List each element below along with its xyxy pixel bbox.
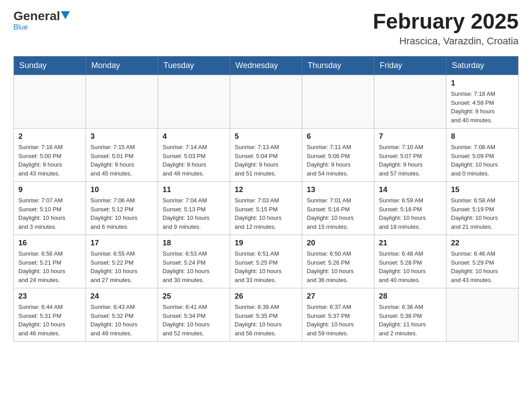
calendar-cell <box>158 75 230 128</box>
calendar-cell: 25Sunrise: 6:41 AM Sunset: 5:34 PM Dayli… <box>158 288 230 342</box>
calendar-cell: 21Sunrise: 6:48 AM Sunset: 5:28 PM Dayli… <box>374 235 446 288</box>
calendar-cell: 17Sunrise: 6:55 AM Sunset: 5:22 PM Dayli… <box>86 235 158 288</box>
day-number: 16 <box>18 239 81 248</box>
week-row-4: 16Sunrise: 6:56 AM Sunset: 5:21 PM Dayli… <box>14 235 519 288</box>
logo-general-text: General <box>13 9 60 23</box>
calendar-cell: 19Sunrise: 6:51 AM Sunset: 5:25 PM Dayli… <box>230 235 302 288</box>
day-number: 8 <box>451 132 514 141</box>
day-info: Sunrise: 6:55 AM Sunset: 5:22 PM Dayligh… <box>90 249 153 284</box>
calendar-cell: 15Sunrise: 6:58 AM Sunset: 5:19 PM Dayli… <box>446 182 519 235</box>
calendar-cell: 24Sunrise: 6:43 AM Sunset: 5:32 PM Dayli… <box>86 288 158 342</box>
day-number: 22 <box>451 239 514 248</box>
day-number: 2 <box>18 132 81 141</box>
logo-triangle-icon <box>61 11 70 19</box>
calendar-cell: 2Sunrise: 7:16 AM Sunset: 5:00 PM Daylig… <box>14 128 86 182</box>
day-info: Sunrise: 7:14 AM Sunset: 5:03 PM Dayligh… <box>163 143 225 178</box>
calendar-cell: 12Sunrise: 7:03 AM Sunset: 5:15 PM Dayli… <box>230 182 302 235</box>
calendar-cell <box>446 288 519 342</box>
calendar-cell <box>230 75 302 128</box>
day-number: 6 <box>307 132 369 141</box>
day-info: Sunrise: 7:15 AM Sunset: 5:01 PM Dayligh… <box>90 143 153 178</box>
day-info: Sunrise: 7:07 AM Sunset: 5:10 PM Dayligh… <box>18 196 81 231</box>
location-text: Hrascica, Varazdin, Croatia <box>373 35 519 47</box>
calendar-cell: 23Sunrise: 6:44 AM Sunset: 5:31 PM Dayli… <box>14 288 86 342</box>
day-number: 4 <box>163 132 225 141</box>
day-info: Sunrise: 7:03 AM Sunset: 5:15 PM Dayligh… <box>235 196 297 231</box>
calendar-table: SundayMondayTuesdayWednesdayThursdayFrid… <box>13 56 519 342</box>
day-info: Sunrise: 6:58 AM Sunset: 5:19 PM Dayligh… <box>451 196 514 231</box>
day-number: 17 <box>90 239 153 248</box>
day-number: 27 <box>307 292 369 301</box>
calendar-cell: 4Sunrise: 7:14 AM Sunset: 5:03 PM Daylig… <box>158 128 230 182</box>
calendar-cell: 22Sunrise: 6:46 AM Sunset: 5:29 PM Dayli… <box>446 235 519 288</box>
calendar-cell: 5Sunrise: 7:13 AM Sunset: 5:04 PM Daylig… <box>230 128 302 182</box>
day-info: Sunrise: 6:36 AM Sunset: 5:38 PM Dayligh… <box>379 303 442 338</box>
day-info: Sunrise: 7:13 AM Sunset: 5:04 PM Dayligh… <box>235 143 297 178</box>
calendar-cell: 10Sunrise: 7:06 AM Sunset: 5:12 PM Dayli… <box>86 182 158 235</box>
calendar-cell: 28Sunrise: 6:36 AM Sunset: 5:38 PM Dayli… <box>374 288 446 342</box>
day-info: Sunrise: 6:44 AM Sunset: 5:31 PM Dayligh… <box>18 303 81 338</box>
week-row-1: 1Sunrise: 7:18 AM Sunset: 4:58 PM Daylig… <box>14 75 519 128</box>
day-number: 28 <box>379 292 442 301</box>
day-info: Sunrise: 6:50 AM Sunset: 5:26 PM Dayligh… <box>307 249 369 284</box>
day-number: 26 <box>235 292 297 301</box>
day-number: 11 <box>163 185 225 194</box>
day-info: Sunrise: 6:48 AM Sunset: 5:28 PM Dayligh… <box>379 249 442 284</box>
calendar-cell <box>14 75 86 128</box>
calendar-cell: 16Sunrise: 6:56 AM Sunset: 5:21 PM Dayli… <box>14 235 86 288</box>
month-title: February 2025 <box>373 9 519 34</box>
calendar-header-row: SundayMondayTuesdayWednesdayThursdayFrid… <box>14 56 519 75</box>
logo: General Blue <box>13 9 70 31</box>
page-header: General Blue February 2025 Hrascica, Var… <box>13 9 519 47</box>
day-number: 10 <box>90 185 153 194</box>
day-info: Sunrise: 6:46 AM Sunset: 5:29 PM Dayligh… <box>451 249 514 284</box>
day-info: Sunrise: 6:37 AM Sunset: 5:37 PM Dayligh… <box>307 303 369 338</box>
day-number: 13 <box>307 185 369 194</box>
week-row-3: 9Sunrise: 7:07 AM Sunset: 5:10 PM Daylig… <box>14 182 519 235</box>
day-number: 23 <box>18 292 81 301</box>
calendar-cell: 8Sunrise: 7:08 AM Sunset: 5:09 PM Daylig… <box>446 128 519 182</box>
day-number: 1 <box>451 79 514 88</box>
calendar-cell <box>86 75 158 128</box>
day-info: Sunrise: 7:04 AM Sunset: 5:13 PM Dayligh… <box>163 196 225 231</box>
day-number: 24 <box>90 292 153 301</box>
week-row-5: 23Sunrise: 6:44 AM Sunset: 5:31 PM Dayli… <box>14 288 519 342</box>
day-info: Sunrise: 7:11 AM Sunset: 5:06 PM Dayligh… <box>307 143 369 178</box>
title-section: February 2025 Hrascica, Varazdin, Croati… <box>373 9 519 47</box>
day-info: Sunrise: 7:01 AM Sunset: 5:16 PM Dayligh… <box>307 196 369 231</box>
day-number: 7 <box>379 132 442 141</box>
day-of-week-monday: Monday <box>86 56 158 75</box>
day-info: Sunrise: 6:39 AM Sunset: 5:35 PM Dayligh… <box>235 303 297 338</box>
day-of-week-sunday: Sunday <box>14 56 86 75</box>
day-number: 18 <box>163 239 225 248</box>
calendar-cell: 7Sunrise: 7:10 AM Sunset: 5:07 PM Daylig… <box>374 128 446 182</box>
calendar-cell: 18Sunrise: 6:53 AM Sunset: 5:24 PM Dayli… <box>158 235 230 288</box>
calendar-cell: 1Sunrise: 7:18 AM Sunset: 4:58 PM Daylig… <box>446 75 519 128</box>
logo-blue-text: Blue <box>13 23 28 31</box>
day-number: 25 <box>163 292 225 301</box>
day-info: Sunrise: 7:06 AM Sunset: 5:12 PM Dayligh… <box>90 196 153 231</box>
day-number: 9 <box>18 185 81 194</box>
calendar-cell: 6Sunrise: 7:11 AM Sunset: 5:06 PM Daylig… <box>302 128 374 182</box>
day-number: 21 <box>379 239 442 248</box>
calendar-cell: 13Sunrise: 7:01 AM Sunset: 5:16 PM Dayli… <box>302 182 374 235</box>
day-number: 5 <box>235 132 297 141</box>
day-info: Sunrise: 7:08 AM Sunset: 5:09 PM Dayligh… <box>451 143 514 178</box>
day-info: Sunrise: 6:56 AM Sunset: 5:21 PM Dayligh… <box>18 249 81 284</box>
calendar-cell: 3Sunrise: 7:15 AM Sunset: 5:01 PM Daylig… <box>86 128 158 182</box>
calendar-cell <box>302 75 374 128</box>
day-of-week-thursday: Thursday <box>302 56 374 75</box>
day-number: 14 <box>379 185 442 194</box>
day-info: Sunrise: 7:16 AM Sunset: 5:00 PM Dayligh… <box>18 143 81 178</box>
calendar-cell <box>374 75 446 128</box>
day-info: Sunrise: 6:53 AM Sunset: 5:24 PM Dayligh… <box>163 249 225 284</box>
calendar-cell: 26Sunrise: 6:39 AM Sunset: 5:35 PM Dayli… <box>230 288 302 342</box>
day-number: 20 <box>307 239 369 248</box>
day-info: Sunrise: 7:10 AM Sunset: 5:07 PM Dayligh… <box>379 143 442 178</box>
calendar-cell: 11Sunrise: 7:04 AM Sunset: 5:13 PM Dayli… <box>158 182 230 235</box>
day-info: Sunrise: 6:41 AM Sunset: 5:34 PM Dayligh… <box>163 303 225 338</box>
day-number: 12 <box>235 185 297 194</box>
day-number: 3 <box>90 132 153 141</box>
calendar-cell: 27Sunrise: 6:37 AM Sunset: 5:37 PM Dayli… <box>302 288 374 342</box>
day-number: 15 <box>451 185 514 194</box>
